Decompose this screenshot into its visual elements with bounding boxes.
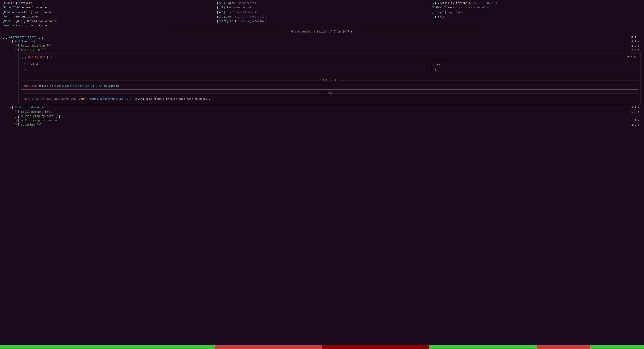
summary-succeeded: 6: [291, 30, 293, 33]
desc-cancel-dim: selected/all: [238, 2, 258, 5]
arithmetic-time: 8.1 s: [631, 35, 642, 40]
help-line-2: [c/C] Cancel selected/all: [217, 1, 427, 5]
help-line-13: [Meta + [0-9]] Unfold top # nodes: [2, 19, 213, 23]
desc-clear: Clear: [227, 11, 237, 14]
adding-one-time: 2.5 s: [627, 55, 638, 59]
small-numbers-bracket-open: [-]: [14, 110, 21, 114]
help-line-7: [Control-v/Meta-v] Scroll node: [2, 10, 213, 15]
addition-row[interactable]: [-] Addition [+] 8.1 s: [2, 40, 642, 44]
key-cancel: [c/C]: [217, 2, 225, 5]
basic-addition-bracket-open: [-]: [14, 44, 21, 47]
desc-times-dim: locations/thresholds: [456, 6, 489, 9]
addition-bracket-close: [+]: [30, 40, 35, 43]
help-line-1: [n/p/↑/↓] Navigate: [2, 1, 213, 5]
adding-one-label: [-] adding one [-]: [21, 55, 52, 59]
callstack-header: Callstack: [21, 78, 638, 83]
addition-label: [-] Addition [+]: [8, 40, 35, 44]
help-line-17: [217, 24, 427, 28]
mult-by-zero-bracket-open: [-]: [14, 115, 21, 118]
log-path: [demos/landing/Main.hs:30:9]: [88, 98, 133, 101]
summary-succeeded-label: succeeded,: [295, 30, 313, 33]
logs-line-left: [21, 93, 324, 94]
arithmetic-tests-row[interactable]: [-] Arithmetic tests [+] 8.1 s: [2, 35, 642, 40]
help-line-6: [T/F/V] Times/ locations/thresholds: [431, 6, 642, 10]
mult-by-one-bracket-close: [+]: [54, 119, 58, 122]
callstack-line-left: [21, 80, 320, 81]
test-tree: [-] Arithmetic tests [+] 8.1 s [-] Addit…: [0, 35, 644, 127]
callstack-in: in: [99, 85, 104, 88]
arithmetic-bracket-close: [+]: [38, 36, 43, 39]
key-exit: [q]: [431, 15, 436, 18]
summary-total-num: 7: [334, 30, 336, 33]
key-clear: [k/K]: [217, 11, 225, 14]
basic-addition-bracket-close: [+]: [47, 44, 52, 47]
help-section: [n/p/↑/↓] Navigate [c/C] Cancel selected…: [0, 0, 644, 29]
desc-exit: Exit: [438, 15, 444, 18]
callstack-keyword: shouldBe: [24, 85, 37, 88]
adding-zero-row[interactable]: [-] adding zero [+] 2.7 s: [2, 48, 642, 52]
adding-one-failure-box: [-] adding one [-] 2.5 s Expected: 0 Saw…: [18, 53, 641, 104]
squaring-row[interactable]: [-] squaring [+] 2.9 s: [2, 123, 642, 127]
callstack-section: Callstack shouldBe called at demos/landi…: [21, 78, 638, 90]
desc-loglevel: Log level: [448, 11, 462, 14]
summary-bar: 6 succeeded, 1 failed of 7 in 14.7 s: [0, 29, 644, 35]
arithmetic-tests-label: [-] Arithmetic tests [+]: [2, 35, 44, 40]
squaring-bracket-open: [-]: [14, 123, 21, 126]
mult-by-one-time: 1.7 s: [631, 119, 642, 123]
mult-by-zero-time: 1.7 s: [631, 114, 642, 118]
adding-zero-bracket-close: [+]: [42, 48, 46, 52]
help-line-16: [N/P] Next/previous failure: [2, 24, 213, 28]
status-red-1: [215, 345, 322, 349]
adding-one-header: [-] adding one [-] 2.5 s: [21, 55, 638, 60]
logs-title: Logs: [324, 91, 335, 95]
adding-zero-label: [-] adding zero [+]: [14, 48, 47, 52]
help-line-10: [+/-] Fold/unfold node: [2, 15, 213, 19]
status-green-2: [429, 345, 537, 349]
desc-edit-dim: test/logs/failure: [238, 20, 266, 23]
log-timestamp: 2021-04-28 06:25:17.821111485 UTC: [24, 98, 76, 101]
multiplication-row[interactable]: [-] Multiplication [+] 8.1 s: [2, 105, 642, 110]
small-numbers-row[interactable]: [-] small numbers [+] 1.8 s: [2, 110, 642, 114]
saw-box: Saw: 1: [431, 60, 638, 76]
mult-by-one-row[interactable]: [-] multiplying by one [+] 1.7 s: [2, 118, 642, 123]
adding-one-bracket-close: [-]: [47, 56, 52, 59]
addition-bracket-open: [-]: [8, 40, 15, 43]
arithmetic-bracket-open: [-]: [2, 36, 9, 39]
expected-saw-row: Expected: 0 Saw: 1: [21, 60, 638, 76]
summary-time: 14.7 s: [342, 30, 352, 33]
key-next-prev: [N/P]: [2, 24, 11, 27]
status-green-1: [0, 345, 215, 349]
basic-addition-row[interactable]: [-] basic addition [+] 2.9 s: [2, 44, 642, 48]
help-line-18: [431, 24, 642, 28]
mult-by-zero-row[interactable]: [-] multiplying by zero [+] 1.7 s: [2, 114, 642, 118]
log-message: Having some trouble getting this test to…: [134, 98, 210, 101]
desc-visibility: Visibility threshold: [438, 2, 472, 5]
mult-by-zero-label: [-] multiplying by zero [+]: [14, 114, 60, 118]
mult-by-one-name: multiplying by one: [21, 119, 52, 122]
summary-text: 6 succeeded, 1 failed of 7 in 14.7 s: [288, 30, 356, 34]
callstack-path: demos/landing/Main.hs:31:9: [55, 85, 98, 88]
squaring-name: squaring: [21, 123, 35, 126]
addition-name: Addition: [15, 40, 28, 43]
small-numbers-label: [-] small numbers [+]: [14, 110, 50, 114]
mult-by-one-label: [-] multiplying by one [+]: [14, 118, 58, 123]
help-line-9: [d/i/w/e] Log level: [431, 10, 642, 15]
expected-value: 0: [24, 68, 424, 73]
help-line-15: [431, 19, 642, 23]
desc-run-dim: selected/all: [233, 6, 253, 9]
logs-section: Logs 2021-04-28 06:25:17.821111485 UTC (…: [21, 91, 638, 102]
log-warn-level: (WARN): [77, 98, 88, 101]
help-line-11: [o/O] Open selected/root folder: [217, 15, 427, 19]
summary-of: of: [329, 30, 332, 33]
desc-visibility-dim: (0, 50, 70, 150): [472, 2, 499, 5]
key-times: [T/F/V]: [431, 6, 443, 9]
status-bar: [0, 345, 644, 349]
desc-cancel: Cancel: [227, 2, 238, 5]
mult-by-one-bracket-open: [-]: [14, 119, 21, 122]
desc-edit: Edit: [230, 20, 238, 23]
key-open-folder: [o/O]: [217, 15, 225, 18]
basic-addition-time: 2.9 s: [631, 44, 642, 48]
key-visibility: [v]: [431, 2, 436, 5]
key-edit: [t/l/f]: [217, 20, 228, 23]
logs-content: 2021-04-28 06:25:17.821111485 UTC (WARN)…: [21, 96, 638, 103]
